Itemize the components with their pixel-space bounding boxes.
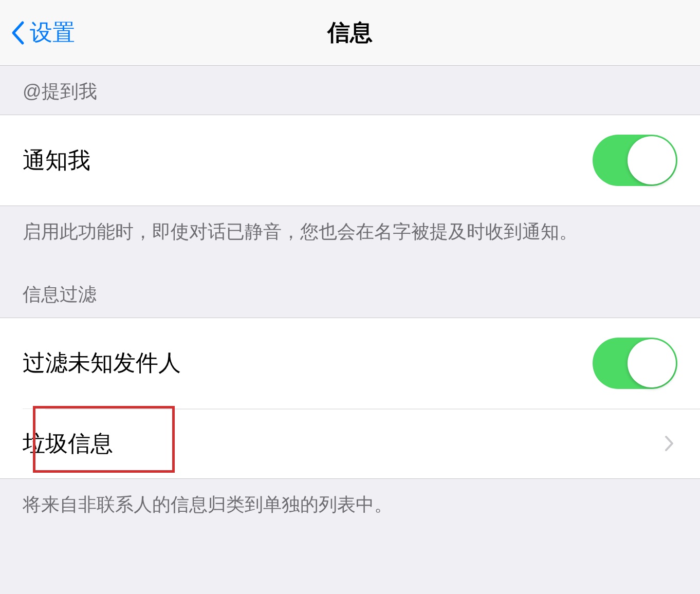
- group-filter: 过滤未知发件人 垃圾信息: [0, 318, 700, 479]
- notify-me-label: 通知我: [23, 145, 90, 176]
- section-footer-filter: 将来自非联系人的信息归类到单独的列表中。: [0, 479, 700, 542]
- junk-label: 垃圾信息: [23, 429, 113, 459]
- filter-unknown-label: 过滤未知发件人: [23, 348, 181, 378]
- cell-junk[interactable]: 垃圾信息: [23, 409, 700, 478]
- section-footer-mentions: 启用此功能时，即使对话已静音，您也会在名字被提及时收到通知。: [0, 206, 700, 269]
- cell-notify-me: 通知我: [0, 115, 700, 206]
- navbar: 设置 信息: [0, 0, 700, 66]
- section-header-mentions: @提到我: [0, 66, 700, 115]
- cell-filter-unknown: 过滤未知发件人: [0, 318, 700, 409]
- page-title: 信息: [327, 17, 373, 48]
- back-button[interactable]: 设置: [10, 17, 75, 48]
- filter-unknown-toggle[interactable]: [593, 338, 677, 389]
- chevron-left-icon: [10, 21, 26, 45]
- back-label: 设置: [30, 17, 75, 48]
- notify-me-toggle[interactable]: [593, 135, 677, 186]
- section-header-filter: 信息过滤: [0, 269, 700, 318]
- group-mentions: 通知我: [0, 115, 700, 206]
- chevron-right-icon: [664, 435, 674, 452]
